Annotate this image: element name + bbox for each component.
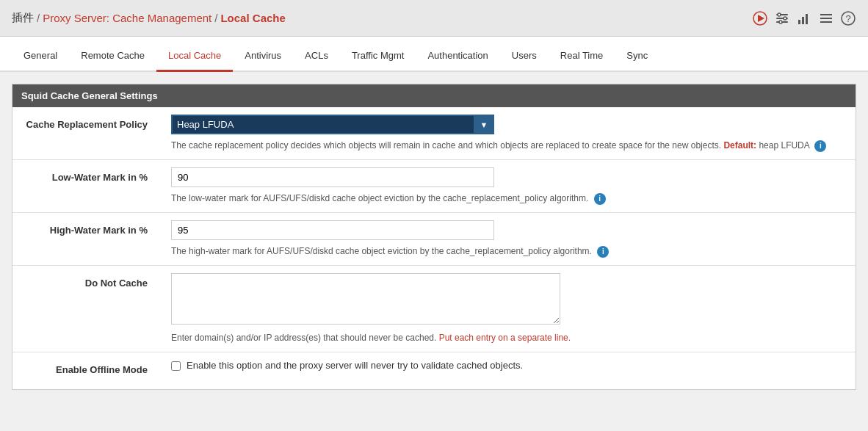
cache-replacement-policy-control: Heap LFUDA LRU Heap GDSF Heap LRU ▼ The … [159, 107, 856, 159]
enable-offline-mode-label: Enable Offline Mode [12, 352, 159, 389]
svg-rect-9 [802, 17, 804, 24]
tab-traffic-mgmt[interactable]: Traffic Mgmt [340, 41, 416, 72]
offline-mode-checkbox-row: Enable this option and the proxy server … [171, 360, 844, 371]
high-water-desc: The high-water mark for AUFS/UFS/diskd c… [171, 245, 844, 258]
high-water-mark-label: High-Water Mark in % [12, 213, 159, 265]
do-not-cache-desc: Enter domain(s) and/or IP address(es) th… [171, 331, 844, 344]
chart-icon[interactable] [796, 10, 812, 26]
tab-antivirus[interactable]: Antivirus [233, 41, 293, 72]
main-content: Squid Cache General Settings Cache Repla… [0, 72, 868, 402]
cache-replacement-desc: The cache replacement policy decides whi… [171, 139, 844, 152]
svg-point-5 [778, 13, 781, 16]
cache-replacement-policy-row: Cache Replacement Policy Heap LFUDA LRU … [12, 107, 856, 160]
offline-mode-checkbox-label: Enable this option and the proxy server … [187, 360, 523, 371]
low-water-mark-row: Low-Water Mark in % The low-water mark f… [12, 160, 856, 213]
default-link[interactable]: Default: [723, 140, 756, 151]
enable-offline-mode-control: Enable this option and the proxy server … [159, 352, 856, 389]
svg-rect-10 [806, 14, 808, 24]
low-water-info-icon[interactable]: i [594, 193, 606, 205]
do-not-cache-row: Do Not Cache Enter domain(s) and/or IP a… [12, 266, 856, 352]
svg-rect-13 [820, 18, 832, 19]
breadcrumb-proxy-link[interactable]: Proxy Server: Cache Management [43, 12, 211, 24]
svg-text:?: ? [845, 13, 850, 24]
do-not-cache-label: Do Not Cache [12, 266, 159, 352]
tab-remote-cache[interactable]: Remote Cache [69, 41, 156, 72]
svg-rect-14 [820, 21, 832, 23]
enable-offline-mode-row: Enable Offline Mode Enable this option a… [12, 352, 856, 389]
tab-users[interactable]: Users [500, 41, 549, 72]
low-water-mark-label: Low-Water Mark in % [12, 160, 159, 212]
enable-offline-mode-checkbox[interactable] [171, 361, 181, 371]
svg-rect-8 [798, 20, 800, 24]
tab-local-cache[interactable]: Local Cache [156, 41, 233, 72]
low-water-desc: The low-water mark for AUFS/UFS/diskd ca… [171, 192, 844, 205]
question-icon[interactable]: ? [840, 10, 856, 26]
high-water-info-icon[interactable]: i [597, 246, 609, 258]
tab-sync[interactable]: Sync [615, 41, 659, 72]
breadcrumb-current: Local Cache [220, 12, 285, 24]
svg-point-7 [779, 21, 782, 23]
svg-rect-12 [820, 14, 832, 15]
squid-cache-section: Squid Cache General Settings Cache Repla… [12, 84, 856, 390]
header: 插件 / Proxy Server: Cache Management / Lo… [0, 0, 868, 37]
dropdown-wrapper: Heap LFUDA LRU Heap GDSF Heap LRU ▼ [171, 115, 494, 134]
header-icons: ? [752, 10, 856, 26]
breadcrumb: 插件 / Proxy Server: Cache Management / Lo… [12, 11, 286, 25]
tab-acls[interactable]: ACLs [293, 41, 340, 72]
play-icon[interactable] [752, 10, 768, 26]
svg-marker-1 [758, 15, 764, 22]
high-water-mark-row: High-Water Mark in % The high-water mark… [12, 213, 856, 266]
breadcrumb-separator-1: / [37, 12, 40, 24]
low-water-mark-input[interactable] [171, 167, 494, 187]
do-not-cache-textarea[interactable] [171, 273, 560, 325]
do-not-cache-link[interactable]: Put each entry on a separate line. [439, 333, 571, 343]
cache-replacement-policy-label: Cache Replacement Policy [12, 107, 159, 159]
tab-real-time[interactable]: Real Time [549, 41, 615, 72]
list-icon[interactable] [818, 10, 834, 26]
high-water-mark-input[interactable] [171, 220, 494, 240]
sliders-icon[interactable] [774, 10, 790, 26]
do-not-cache-control: Enter domain(s) and/or IP address(es) th… [159, 266, 856, 352]
cache-replacement-policy-select[interactable]: Heap LFUDA LRU Heap GDSF Heap LRU [171, 115, 494, 134]
breadcrumb-plugin: 插件 [12, 11, 34, 25]
default-value: heap LFUDA [759, 140, 809, 151]
svg-point-6 [784, 17, 786, 20]
cache-policy-info-icon[interactable]: i [814, 140, 826, 152]
tab-authentication[interactable]: Authentication [416, 41, 499, 72]
tab-general[interactable]: General [12, 41, 69, 72]
breadcrumb-separator-2: / [214, 12, 217, 24]
tabs-bar: General Remote Cache Local Cache Antivir… [0, 37, 868, 72]
high-water-mark-control: The high-water mark for AUFS/UFS/diskd c… [159, 213, 856, 265]
section-header: Squid Cache General Settings [12, 84, 856, 107]
low-water-mark-control: The low-water mark for AUFS/UFS/diskd ca… [159, 160, 856, 212]
